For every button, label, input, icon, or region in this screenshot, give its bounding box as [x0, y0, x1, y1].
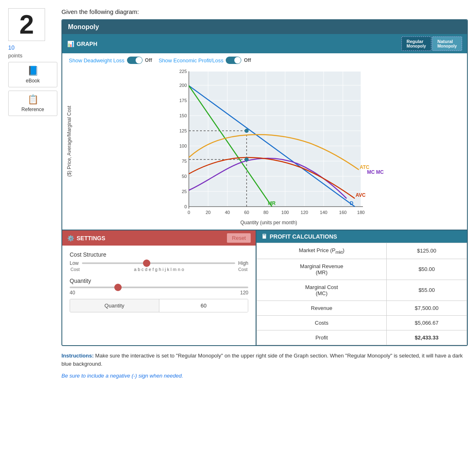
settings-body: Cost Structure Low High Cost a b c d e f…: [62, 246, 256, 318]
svg-point-55: [245, 157, 249, 162]
svg-text:AVC: AVC: [356, 192, 366, 198]
quantity-label: Quantity: [70, 278, 248, 284]
economic-toggle-wrapper: Show Economic Profit/Loss Off: [159, 57, 251, 64]
profit-calc-icon: 🖩: [261, 233, 267, 240]
svg-text:175: 175: [179, 98, 187, 103]
tab-natural-label: Natural: [437, 39, 457, 44]
bottom-section: ⚙️ SETTINGS Reset Cost Structure Low Hi: [62, 230, 467, 345]
points-value: 10: [8, 44, 57, 51]
svg-text:MC: MC: [376, 169, 384, 175]
svg-text:ATC: ATC: [360, 164, 369, 170]
settings-gear-icon: ⚙️: [67, 235, 74, 241]
reference-button[interactable]: 📋 Reference: [8, 91, 57, 116]
deadweight-toggle-wrapper: Show Deadweight Loss Off: [69, 57, 152, 64]
svg-text:120: 120: [301, 210, 308, 215]
qty-range-row: 40 120: [70, 290, 248, 296]
ebook-label: eBook: [26, 78, 40, 84]
svg-rect-0: [189, 71, 361, 207]
prompt-text: Given the following diagram:: [61, 8, 468, 15]
question-number: 2: [8, 8, 45, 41]
cost-slider-track[interactable]: [82, 262, 235, 264]
svg-text:100: 100: [281, 210, 289, 215]
ebook-button[interactable]: 📘 eBook: [8, 62, 57, 87]
svg-text:125: 125: [179, 128, 187, 133]
svg-text:MC: MC: [367, 169, 375, 175]
instructions-text: Make sure the interactive is set to "Reg…: [61, 353, 463, 367]
qty-slider-container: [70, 287, 248, 288]
svg-text:150: 150: [179, 113, 187, 118]
instructions-section: Instructions: Make sure the interactive …: [61, 352, 468, 380]
cost-slider-row: Low High: [70, 260, 248, 266]
cost-letters: a b c d e f g h i j k l m n o: [134, 267, 184, 272]
svg-text:20: 20: [206, 210, 211, 215]
table-row: Marginal Cost(MC) $55.00: [257, 280, 467, 301]
settings-header: ⚙️ SETTINGS Reset: [62, 230, 256, 246]
reference-icon: 📋: [27, 94, 39, 105]
qty-input-value[interactable]: 60: [159, 299, 248, 312]
economic-toggle[interactable]: [226, 57, 241, 64]
reference-label: Reference: [21, 107, 44, 112]
revenue-label: Revenue: [257, 301, 387, 315]
marginal-cost-value: $55.00: [387, 280, 467, 301]
market-price-label: Market Price (Pmkt): [257, 243, 387, 259]
deadweight-toggle[interactable]: [127, 57, 143, 64]
svg-text:0: 0: [188, 210, 190, 215]
svg-text:200: 200: [179, 83, 187, 88]
x-axis-label: Quantity (units per month): [75, 220, 463, 225]
profit-label: Profit: [257, 330, 387, 345]
profit-header-title: PROFIT CALCULATIONS: [270, 233, 337, 240]
tab-natural-sublabel: Monopoly: [437, 44, 457, 48]
cost-label-left: Cost: [70, 267, 80, 272]
toggles-row: Show Deadweight Loss Off Show Economic P…: [62, 53, 467, 67]
svg-text:180: 180: [357, 210, 365, 215]
revenue-value: $7,500.00: [387, 301, 467, 315]
profit-header: 🖩 PROFIT CALCULATIONS: [256, 230, 467, 243]
svg-text:225: 225: [179, 69, 187, 74]
svg-text:40: 40: [225, 210, 230, 215]
cost-slider-thumb[interactable]: [143, 260, 150, 267]
settings-title: SETTINGS: [77, 235, 105, 241]
graph-section: 📊 GRAPH Regular Monopoly Natural Monopol…: [62, 34, 467, 230]
tab-regular-monopoly[interactable]: Regular Monopoly: [401, 36, 431, 51]
economic-state: Off: [244, 57, 251, 63]
qty-min: 40: [70, 290, 75, 296]
graph-header-title: GRAPH: [77, 41, 97, 47]
costs-value: $5,066.67: [387, 315, 467, 330]
marginal-revenue-value: $50.00: [387, 259, 467, 280]
table-row: Revenue $7,500.00: [257, 301, 467, 315]
svg-point-54: [245, 129, 249, 133]
svg-text:0: 0: [184, 204, 187, 209]
deadweight-knob: [136, 57, 142, 64]
table-row: Marginal Revenue(MR) $50.00: [257, 259, 467, 280]
table-row: Costs $5,066.67: [257, 315, 467, 330]
svg-text:60: 60: [244, 210, 249, 215]
tab-group: Regular Monopoly Natural Monopoly: [401, 36, 462, 51]
qty-input-label: Quantity: [70, 299, 159, 312]
profit-value: $2,433.33: [387, 330, 467, 345]
svg-text:D: D: [350, 200, 354, 206]
economic-knob: [234, 57, 241, 64]
marginal-cost-label: Marginal Cost(MC): [257, 280, 387, 301]
table-row: Market Price (Pmkt) $125.00: [257, 243, 467, 259]
svg-text:75: 75: [182, 159, 187, 164]
settings-panel: ⚙️ SETTINGS Reset Cost Structure Low Hi: [62, 230, 256, 345]
economic-label: Show Economic Profit/Loss: [159, 57, 223, 64]
monopoly-header: Monopoly: [62, 20, 467, 34]
tab-regular-label: Regular: [407, 39, 426, 44]
monopoly-container: Monopoly 📊 GRAPH Regular Monopoly: [61, 19, 468, 346]
deadweight-state: Off: [145, 57, 152, 63]
chart-svg: 0 25 50 75 100 125 150 175 200 225: [138, 67, 400, 219]
qty-input-row: Quantity 60: [70, 299, 248, 312]
y-axis-label: ($) Price, Average/Marginal Cost: [66, 67, 72, 215]
svg-text:50: 50: [182, 174, 187, 179]
reset-button[interactable]: Reset: [227, 233, 251, 243]
qty-slider-thumb[interactable]: [114, 284, 122, 291]
tab-natural-monopoly[interactable]: Natural Monopoly: [432, 36, 462, 51]
low-label: Low: [70, 260, 79, 266]
svg-text:25: 25: [182, 189, 187, 194]
marginal-revenue-label: Marginal Revenue(MR): [257, 259, 387, 280]
chart-area: ($) Price, Average/Marginal Cost: [62, 67, 467, 230]
points-label: points: [8, 52, 57, 59]
monopoly-title: Monopoly: [68, 23, 99, 31]
qty-slider-track[interactable]: [70, 287, 248, 288]
